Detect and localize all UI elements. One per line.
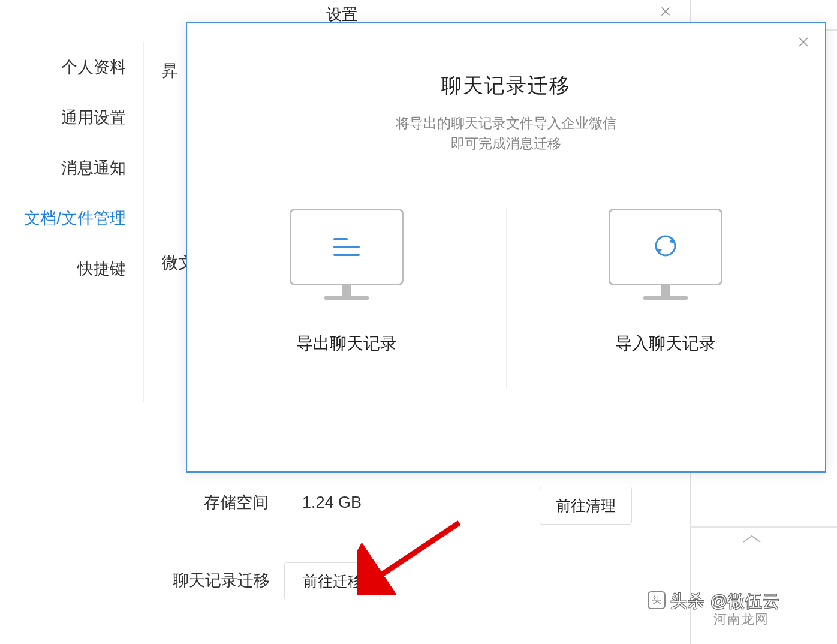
monitor-icon <box>609 209 722 305</box>
modal-title: 聊天记录迁移 <box>187 72 825 100</box>
settings-close-button[interactable] <box>657 4 674 21</box>
import-option-label: 导入聊天记录 <box>615 332 716 355</box>
chat-migrate-modal: 聊天记录迁移 将导出的聊天记录文件导入企业微信 即可完成消息迁移 导出聊天记录 <box>186 22 826 473</box>
modal-subtitle-1: 将导出的聊天记录文件导入企业微信 <box>187 114 825 133</box>
modal-close-button[interactable] <box>795 35 812 52</box>
monitor-icon <box>290 209 404 305</box>
divider <box>204 540 624 540</box>
close-icon <box>796 35 811 52</box>
watermark-logo-icon: 头 <box>648 591 666 609</box>
partial-content-label-top: 昇 <box>162 60 178 82</box>
list-icon <box>333 238 360 256</box>
export-option-label: 导出聊天记录 <box>296 332 397 355</box>
storage-label: 存储空间 <box>204 492 269 513</box>
close-icon <box>659 5 672 20</box>
migrate-button[interactable]: 前往迁移 <box>284 562 381 600</box>
watermark-text-2: 河南龙网 <box>713 610 769 628</box>
sidebar-item-shortcuts[interactable]: 快捷键 <box>0 243 143 294</box>
sidebar-item-files[interactable]: 文档/文件管理 <box>0 193 143 243</box>
import-chat-option[interactable]: 导入聊天记录 <box>507 209 826 389</box>
watermark-text-1: 头杀 @微伍云 <box>670 590 780 613</box>
sidebar-item-profile[interactable]: 个人资料 <box>0 42 143 92</box>
modal-subtitle-2: 即可完成消息迁移 <box>187 134 825 153</box>
chevron-up-icon <box>741 537 763 547</box>
export-chat-option[interactable]: 导出聊天记录 <box>187 209 507 389</box>
modal-options: 导出聊天记录 导入聊天记录 <box>187 209 825 389</box>
collapse-chevron[interactable] <box>741 534 763 548</box>
settings-sidebar: 个人资料 通用设置 消息通知 文档/文件管理 快捷键 <box>0 42 144 402</box>
chat-migrate-label: 聊天记录迁移 <box>173 570 270 591</box>
cleanup-button[interactable]: 前往清理 <box>540 487 632 525</box>
sidebar-item-general[interactable]: 通用设置 <box>0 92 143 143</box>
storage-value: 1.24 GB <box>302 493 362 512</box>
sync-icon <box>651 231 680 263</box>
sidebar-item-notifications[interactable]: 消息通知 <box>0 143 143 193</box>
right-divider-bottom <box>690 526 837 528</box>
